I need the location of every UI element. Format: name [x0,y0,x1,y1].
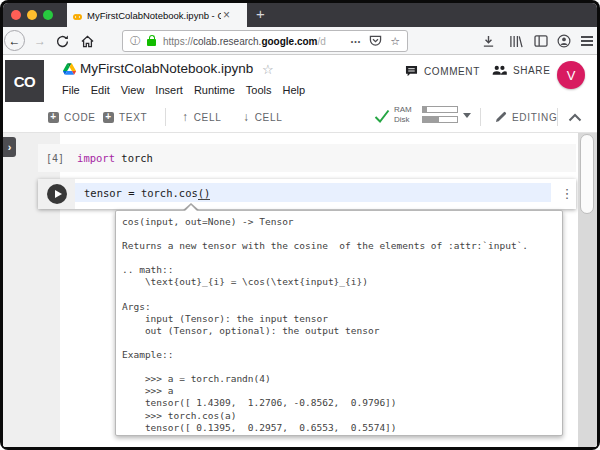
notebook-toolbar: + CODE + TEXT ↑ CELL ↓ CELL RAM Disk EDI… [3,102,597,133]
cell-down-button[interactable]: ↓ CELL [243,102,283,132]
colab-header: CO MyFirstColabNotebook.ipynb ☆ File Edi… [3,55,597,102]
menu-bar: File Edit View Insert Runtime Tools Help [62,84,305,96]
add-code-button[interactable]: + CODE [48,102,96,132]
cell2-code[interactable]: tensor = torch.cos() [84,187,210,199]
ram-label: RAM [394,105,412,115]
url-scheme: https:// [163,36,193,47]
chevron-up-icon [568,113,582,122]
close-window-button[interactable] [11,10,21,20]
docstring-text: cos(input, out=None) -> Tensor Returns a… [116,211,562,434]
minimize-window-button[interactable] [27,10,37,20]
maximize-window-button[interactable] [43,10,53,20]
tab-bar: MyFirstColabNotebook.ipynb - C × + [3,3,597,27]
cell-up-label: CELL [194,112,222,123]
drive-icon [63,63,76,75]
pocket-icon[interactable] [369,35,382,47]
run-cell-button[interactable] [47,184,67,204]
cell-up-button[interactable]: ↑ CELL [182,102,222,132]
url-bar[interactable]: ⓘ https://colab.research.google.com/d ••… [122,30,408,52]
forward-button[interactable]: → [31,27,49,55]
cell2-current-line[interactable]: tensor = torch.cos() [75,183,551,202]
scrollbar-thumb[interactable] [580,134,594,214]
code-cell-2[interactable]: tensor = torch.cos() ⋮ [38,179,576,209]
url-subdomain: colab.research. [193,36,261,47]
browser-inner: MyFirstColabNotebook.ipynb - C × + ← → ⓘ… [3,3,597,447]
colab-favicon [73,6,82,24]
avatar[interactable]: V [557,61,585,89]
menu-button[interactable] [581,27,593,55]
url-text: https://colab.research.google.com/d [163,36,326,47]
share-button[interactable]: SHARE [492,65,550,76]
reload-icon [56,35,69,48]
resources-dropdown-icon[interactable] [463,113,471,118]
execution-count: [4] [46,153,64,164]
toolbar-divider [480,108,481,126]
menu-tools[interactable]: Tools [246,84,272,96]
scrollbar-track[interactable] [578,133,597,447]
arrow-down-icon: ↓ [243,110,250,124]
tab-close-icon[interactable]: × [223,10,230,20]
menu-edit[interactable]: Edit [91,84,110,96]
page-actions-icon[interactable]: ••• [351,38,361,45]
cell-options-menu[interactable]: ⋮ [560,183,574,205]
docstring-tooltip: cos(input, out=None) -> Tensor Returns a… [115,210,563,436]
toolbar-divider [165,108,166,126]
cell1-code-rest: torch [115,152,153,164]
add-text-button[interactable]: + TEXT [103,102,147,132]
reload-button[interactable] [53,27,71,55]
comment-button[interactable]: COMMENT [405,65,480,77]
library-button[interactable] [509,27,523,55]
navigation-bar: ← → ⓘ https://colab.research.google.com/… [3,27,597,55]
star-notebook-icon[interactable]: ☆ [262,62,274,77]
sidebar-icon [534,35,548,47]
notebook-title[interactable]: MyFirstColabNotebook.ipynb [80,61,253,76]
bookmark-star-icon[interactable]: ☆ [390,35,400,48]
browser-window: MyFirstColabNotebook.ipynb - C × + ← → ⓘ… [0,0,600,450]
cell2-code-main: tensor = torch.cos [84,187,198,199]
browser-tab[interactable]: MyFirstColabNotebook.ipynb - C × [67,3,247,27]
ram-disk-labels[interactable]: RAM Disk [394,105,412,124]
comment-icon [405,65,418,77]
sidebar-button[interactable] [534,27,548,55]
download-icon [482,35,495,48]
collapse-header-button[interactable] [568,102,582,132]
editing-button[interactable]: EDITING [495,102,557,132]
pencil-icon [495,111,507,123]
ram-usage-bar [422,106,458,113]
colab-logo[interactable]: CO [5,60,44,102]
account-button[interactable] [557,27,571,55]
plus-text-icon: + [103,112,114,123]
comment-label: COMMENT [424,66,480,77]
arrow-up-icon: ↑ [182,110,189,124]
chevron-right-icon: › [8,141,12,153]
url-domain: google.com [261,36,317,47]
back-button[interactable]: ← [4,30,25,51]
toolbar-divider [557,108,558,126]
downloads-button[interactable] [482,27,495,55]
add-text-label: TEXT [119,112,147,123]
menu-file[interactable]: File [62,84,80,96]
disk-label: Disk [394,115,412,125]
library-icon [509,35,523,48]
menu-help[interactable]: Help [283,84,306,96]
home-button[interactable] [78,27,96,55]
cell-down-label: CELL [255,112,283,123]
open-left-pane-tab[interactable]: › [3,137,16,157]
url-path: /d [318,36,326,47]
menu-insert[interactable]: Insert [155,84,183,96]
connected-check-icon [374,109,390,123]
share-icon [492,65,507,76]
editing-label: EDITING [512,112,557,123]
menu-view[interactable]: View [121,84,145,96]
play-icon [55,190,62,198]
menu-runtime[interactable]: Runtime [194,84,235,96]
tab-title: MyFirstColabNotebook.ipynb - C [87,10,221,21]
account-icon [557,34,571,48]
new-tab-button[interactable]: + [256,5,265,22]
back-arrow-icon: ← [9,34,21,48]
code-cell-1[interactable]: [4] import torch [38,144,576,172]
plus-code-icon: + [48,112,59,123]
site-info-icon[interactable]: ⓘ [130,34,140,48]
home-icon [81,35,94,48]
cell1-code[interactable]: import torch [77,152,153,164]
